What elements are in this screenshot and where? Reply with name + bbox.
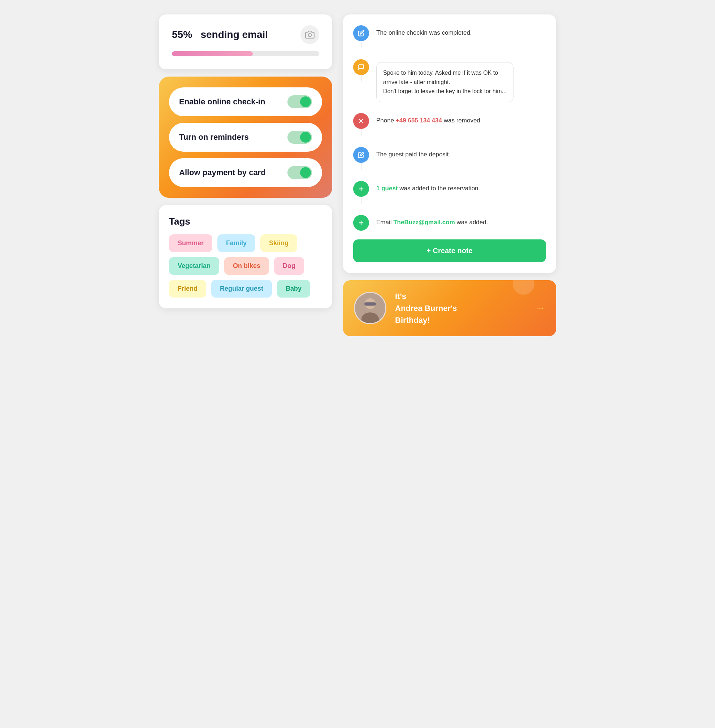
timeline-line-5 [353, 181, 369, 204]
tag-friend[interactable]: Friend [169, 280, 206, 298]
toggle-switch-payment[interactable] [287, 166, 312, 179]
email-address: TheBuzz@gmail.com [393, 219, 455, 226]
timeline-content-1: The online checkin was completed. [376, 25, 546, 38]
toggle-knob-checkin [300, 96, 311, 107]
timeline-item-email: Email TheBuzz@gmail.com was added. [353, 215, 546, 231]
birthday-card[interactable]: It's Andrea Burner's Birthday! → [343, 280, 556, 336]
tag-family[interactable]: Family [217, 234, 255, 252]
connector-2 [361, 75, 362, 82]
svg-rect-10 [364, 302, 376, 306]
connector-4 [361, 163, 362, 170]
timeline-line-6 [353, 215, 369, 231]
timeline-line-1 [353, 25, 369, 48]
progress-bar-fill [172, 51, 253, 56]
timeline-line-3 [353, 113, 369, 136]
x-icon [353, 113, 369, 129]
timeline-text-email: Email TheBuzz@gmail.com was added. [376, 219, 488, 226]
progress-card: 55% sending email [159, 14, 332, 69]
tag-vegetarian[interactable]: Vegetarian [169, 257, 219, 275]
toggle-knob-payment [300, 167, 311, 178]
timeline-line-2 [353, 59, 369, 82]
timeline-content-3: Phone +49 655 134 434 was removed. [376, 113, 546, 125]
chat-icon [353, 59, 369, 75]
timeline-content-4: The guest paid the deposit. [376, 147, 546, 159]
tag-skiing[interactable]: Skiing [260, 234, 297, 252]
timeline-text-phone: Phone +49 655 134 434 was removed. [376, 117, 482, 124]
pencil-icon-2 [353, 147, 369, 163]
toggle-label-checkin: Enable online check-in [179, 97, 265, 107]
timeline-line-4 [353, 147, 369, 170]
right-column: The online checkin was completed. Spoke … [343, 14, 556, 336]
timeline-bubble-note: Spoke to him today. Asked me if it was O… [376, 62, 513, 102]
birthday-line3: Birthday! [395, 316, 430, 325]
tag-baby[interactable]: Baby [277, 280, 310, 298]
timeline-item-guest: 1 guest was added to the reservation. [353, 181, 546, 215]
tags-title: Tags [169, 216, 322, 227]
tag-onbikes[interactable]: On bikes [224, 257, 269, 275]
toggles-card: Enable online check-in Turn on reminders… [159, 77, 332, 198]
plus-icon-2 [353, 215, 369, 231]
camera-icon [300, 25, 319, 44]
guest-count: 1 guest [376, 185, 398, 192]
toggle-knob-reminders [300, 132, 311, 143]
tag-regular-guest[interactable]: Regular guest [211, 280, 272, 298]
progress-percent: 55% [172, 29, 192, 40]
timeline-item-note: Spoke to him today. Asked me if it was O… [353, 59, 546, 113]
pencil-icon-1 [353, 25, 369, 41]
left-column: 55% sending email Enable online che [159, 14, 332, 336]
birthday-line1: It's [395, 292, 406, 301]
toggle-switch-reminders[interactable] [287, 131, 312, 144]
toggle-label-payment: Allow payment by card [179, 168, 266, 177]
connector-1 [361, 41, 362, 48]
toggle-label-reminders: Turn on reminders [179, 133, 249, 142]
timeline-text-guest: 1 guest was added to the reservation. [376, 185, 480, 192]
progress-bar-track [172, 51, 319, 56]
tags-grid: Summer Family Skiing Vegetarian On bikes… [169, 234, 322, 298]
tags-card: Tags Summer Family Skiing Vegetarian On … [159, 205, 332, 308]
timeline-text-deposit: The guest paid the deposit. [376, 151, 450, 158]
phone-number: +49 655 134 434 [396, 117, 442, 124]
create-note-button[interactable]: + Create note [353, 240, 546, 262]
timeline-text-checkin: The online checkin was completed. [376, 29, 472, 36]
timeline-item-phone: Phone +49 655 134 434 was removed. [353, 113, 546, 147]
connector-3 [361, 129, 362, 136]
svg-point-0 [308, 33, 312, 37]
connector-5 [361, 197, 362, 204]
arrow-right-icon[interactable]: → [535, 302, 545, 314]
timeline-item-deposit: The guest paid the deposit. [353, 147, 546, 181]
progress-title: 55% sending email [172, 29, 268, 41]
plus-icon-1 [353, 181, 369, 197]
tag-dog[interactable]: Dog [274, 257, 304, 275]
timeline-item-checkin: The online checkin was completed. [353, 25, 546, 59]
toggle-row-checkin: Enable online check-in [169, 87, 322, 116]
birthday-line2: Andrea Burner's [395, 304, 457, 313]
timeline-card: The online checkin was completed. Spoke … [343, 14, 556, 273]
progress-label: sending email [201, 29, 268, 40]
tag-summer[interactable]: Summer [169, 234, 212, 252]
toggle-row-reminders: Turn on reminders [169, 123, 322, 152]
timeline: The online checkin was completed. Spoke … [353, 25, 546, 231]
timeline-content-6: Email TheBuzz@gmail.com was added. [376, 215, 546, 227]
timeline-content-5: 1 guest was added to the reservation. [376, 181, 546, 193]
birthday-avatar [354, 292, 386, 324]
main-container: 55% sending email Enable online che [159, 14, 556, 336]
timeline-content-2: Spoke to him today. Asked me if it was O… [376, 59, 546, 102]
toggle-row-payment: Allow payment by card [169, 158, 322, 187]
birthday-text: It's Andrea Burner's Birthday! [395, 290, 526, 326]
toggle-switch-checkin[interactable] [287, 95, 312, 109]
